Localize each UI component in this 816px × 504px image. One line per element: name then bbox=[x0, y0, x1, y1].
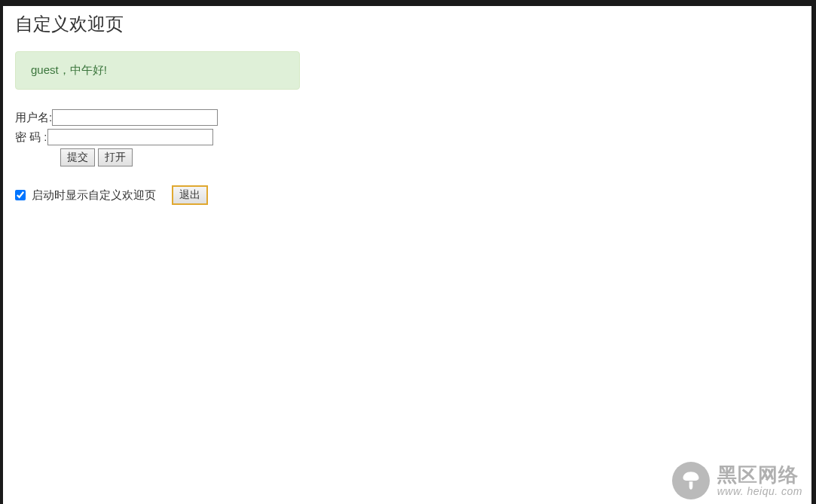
watermark-en: www. heiqu. com bbox=[717, 486, 802, 497]
logout-button[interactable]: 退出 bbox=[173, 186, 207, 204]
form-buttons: 提交 打开 bbox=[60, 148, 799, 166]
checkbox-label: 启动时显示自定义欢迎页 bbox=[32, 188, 156, 203]
watermark: 黑区网络 www. heiqu. com bbox=[672, 462, 802, 499]
username-label: 用户名: bbox=[15, 111, 52, 125]
watermark-cn: 黑区网络 bbox=[717, 464, 802, 486]
username-input[interactable] bbox=[52, 109, 218, 126]
watermark-text: 黑区网络 www. heiqu. com bbox=[717, 464, 802, 497]
greeting-text: guest，中午好! bbox=[31, 63, 107, 76]
password-row: 密 码 : bbox=[15, 129, 799, 145]
open-button[interactable]: 打开 bbox=[98, 148, 133, 166]
page-title: 自定义欢迎页 bbox=[15, 12, 799, 36]
submit-button[interactable]: 提交 bbox=[60, 148, 95, 166]
show-welcome-checkbox[interactable] bbox=[15, 190, 26, 200]
settings-row: 启动时显示自定义欢迎页 退出 bbox=[15, 186, 799, 204]
username-row: 用户名: bbox=[15, 109, 799, 126]
password-label: 密 码 : bbox=[15, 130, 47, 145]
mushroom-icon bbox=[672, 462, 710, 499]
greeting-alert: guest，中午好! bbox=[15, 51, 300, 90]
password-input[interactable] bbox=[47, 129, 213, 145]
